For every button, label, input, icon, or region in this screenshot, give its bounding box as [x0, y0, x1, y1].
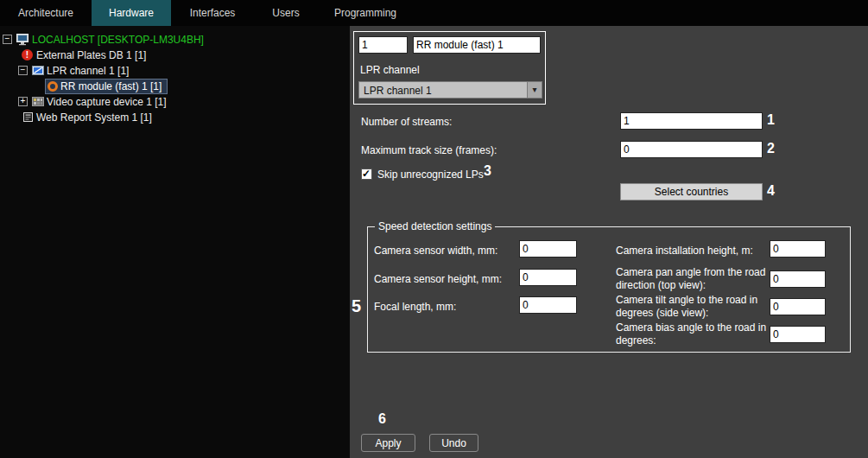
tree-item-label: RR module (fast) 1 [1]	[60, 80, 162, 92]
annotation-6: 6	[378, 411, 386, 427]
select-countries-button[interactable]: Select countries	[620, 183, 763, 200]
max-track-size-label: Maximum track size (frames):	[361, 144, 497, 156]
sensor-height-label: Camera sensor height, mm:	[374, 273, 502, 285]
expand-toggle-icon[interactable]: +	[18, 97, 28, 106]
installation-height-label: Camera installation height, m:	[616, 245, 753, 257]
lpr-channel-icon	[32, 66, 44, 78]
rr-module-icon	[48, 81, 58, 92]
tree-item-label: LPR channel 1 [1]	[47, 65, 129, 77]
alert-icon: !	[22, 49, 33, 60]
check-icon: ✓	[362, 168, 371, 180]
tab-programming[interactable]: Programming	[318, 0, 413, 26]
undo-button[interactable]: Undo	[429, 434, 478, 452]
tree-item-rr-module[interactable]: RR module (fast) 1 [1]	[0, 79, 350, 94]
skip-unrecognized-checkbox[interactable]: ✓	[361, 169, 372, 180]
number-of-streams-label: Number of streams:	[361, 116, 452, 128]
pan-angle-label: Camera pan angle from the road direction…	[616, 266, 770, 292]
tree-item-video-capture-device[interactable]: + Video capture device 1 [1]	[0, 94, 350, 110]
sensor-width-label: Camera sensor width, mm:	[374, 245, 497, 257]
dropdown-selected-value: LPR channel 1	[364, 85, 432, 97]
annotation-4: 4	[767, 183, 775, 199]
speed-detection-title: Speed detection settings	[375, 220, 495, 232]
focal-length-input[interactable]	[519, 296, 577, 314]
speed-detection-groupbox: Speed detection settings Camera sensor w…	[367, 226, 851, 353]
object-name-field[interactable]	[413, 36, 541, 54]
sensor-height-input[interactable]	[519, 269, 577, 286]
bias-angle-input[interactable]	[770, 326, 826, 343]
bias-angle-label: Camera bias angle to the road in degrees…	[616, 321, 770, 347]
video-capture-icon	[32, 97, 44, 109]
max-track-size-input[interactable]	[620, 141, 763, 158]
tree-item-label: Web Report System 1 [1]	[36, 111, 152, 124]
annotation-5: 5	[352, 296, 361, 316]
tree-item-label: Video capture device 1 [1]	[47, 96, 167, 108]
annotation-1: 1	[767, 112, 775, 128]
channel-label: LPR channel	[360, 64, 420, 76]
tree-item-external-plates-db[interactable]: ! External Plates DB 1 [1]	[0, 48, 350, 63]
computer-icon	[16, 34, 29, 48]
focal-length-label: Focal length, mm:	[374, 301, 456, 313]
tree-item-web-report-system[interactable]: Web Report System 1 [1]	[0, 110, 350, 125]
installation-height-input[interactable]	[770, 240, 826, 258]
chevron-down-icon: ▾	[527, 82, 542, 98]
selected-tree-item[interactable]: RR module (fast) 1 [1]	[45, 79, 168, 94]
tab-hardware[interactable]: Hardware	[92, 0, 171, 26]
tree-item-localhost[interactable]: − LOCALHOST [DESKTOP-LM3U4BH]	[0, 32, 350, 48]
object-identity-box: LPR channel LPR channel 1 ▾	[353, 31, 546, 105]
apply-button[interactable]: Apply	[361, 434, 415, 452]
number-of-streams-input[interactable]	[620, 112, 763, 130]
tree-item-label: External Plates DB 1 [1]	[36, 49, 146, 61]
lpr-channel-dropdown[interactable]: LPR channel 1 ▾	[358, 81, 542, 99]
annotation-3: 3	[484, 163, 491, 179]
pan-angle-input[interactable]	[770, 270, 826, 288]
tree-item-label: LOCALHOST [DESKTOP-LM3U4BH]	[32, 34, 204, 46]
tab-architecture[interactable]: Architecture	[0, 0, 92, 26]
collapse-toggle-icon[interactable]: −	[3, 35, 12, 44]
tilt-angle-input[interactable]	[770, 298, 826, 315]
tilt-angle-label: Camera tilt angle to the road in degrees…	[616, 294, 770, 320]
tab-users[interactable]: Users	[254, 0, 318, 26]
object-id-field[interactable]	[358, 36, 408, 54]
skip-unrecognized-label: Skip unrecognized LPs	[377, 169, 484, 181]
settings-panel: LPR channel LPR channel 1 ▾ Number of st…	[350, 26, 868, 458]
tree-item-lpr-channel[interactable]: − LPR channel 1 [1]	[0, 63, 350, 79]
sensor-width-input[interactable]	[519, 240, 577, 258]
web-report-icon	[23, 112, 33, 124]
tab-bar: Architecture Hardware Interfaces Users P…	[0, 0, 868, 26]
app-window: Architecture Hardware Interfaces Users P…	[0, 0, 868, 458]
collapse-toggle-icon[interactable]: −	[18, 66, 28, 75]
tab-interfaces[interactable]: Interfaces	[171, 0, 254, 26]
device-tree-panel: − LOCALHOST [DESKTOP-LM3U4BH] ! External…	[0, 26, 350, 458]
annotation-2: 2	[767, 141, 775, 156]
